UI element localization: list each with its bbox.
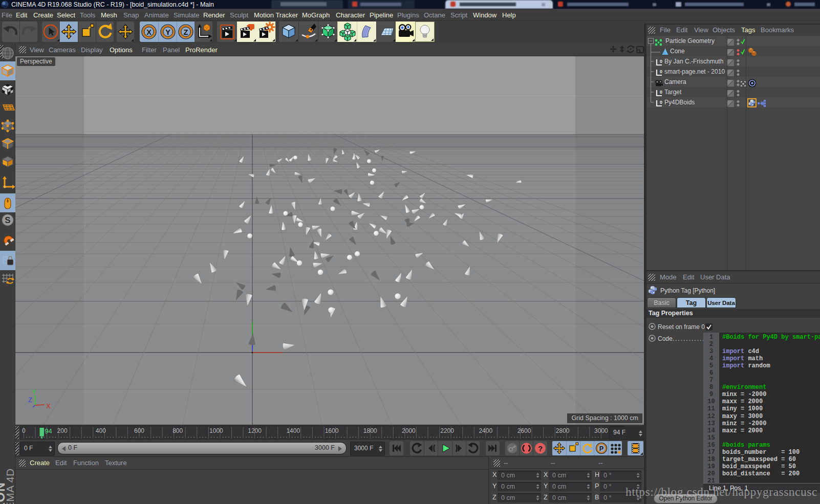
svg-text:2200: 2200 xyxy=(440,427,454,434)
svg-text:400: 400 xyxy=(96,427,106,434)
svg-text:P: P xyxy=(599,445,603,452)
svg-text:3000: 3000 xyxy=(594,427,608,434)
svg-text:2000: 2000 xyxy=(402,427,416,434)
svg-text:Y: Y xyxy=(165,28,170,36)
svg-text:0: 0 xyxy=(22,427,26,434)
svg-text:1800: 1800 xyxy=(363,427,377,434)
svg-text:1000: 1000 xyxy=(209,427,223,434)
svg-text:0: 0 xyxy=(660,90,662,95)
svg-text:X: X xyxy=(146,28,152,36)
svg-text:800: 800 xyxy=(172,427,183,434)
svg-text:?: ? xyxy=(538,444,543,453)
svg-text:0: 0 xyxy=(660,69,662,74)
svg-text:1200: 1200 xyxy=(248,427,262,434)
svg-text:600: 600 xyxy=(134,427,144,434)
svg-text:94: 94 xyxy=(45,427,52,435)
svg-text:2400: 2400 xyxy=(479,427,492,434)
svg-text:2800: 2800 xyxy=(556,427,570,434)
svg-text:Z: Z xyxy=(184,28,188,36)
svg-text:1600: 1600 xyxy=(325,427,339,434)
svg-text:1400: 1400 xyxy=(286,427,300,434)
svg-text:2600: 2600 xyxy=(517,427,531,434)
svg-text:200: 200 xyxy=(57,427,68,434)
svg-text:S: S xyxy=(5,215,10,225)
svg-text:0: 0 xyxy=(660,59,662,64)
svg-text:0: 0 xyxy=(660,100,662,105)
